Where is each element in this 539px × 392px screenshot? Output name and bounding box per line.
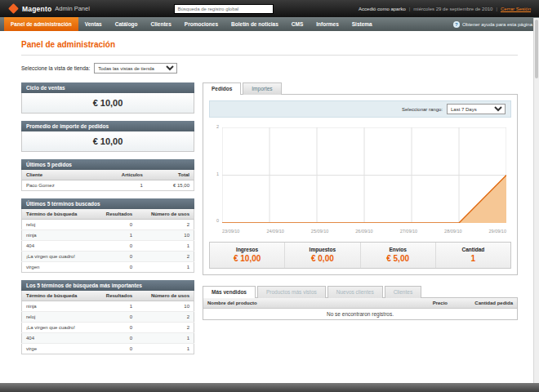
scrollbar-thumb[interactable] [535, 20, 538, 78]
chart-plot-area [222, 127, 506, 223]
cell-results: 1 [94, 230, 136, 241]
nav-item-cms[interactable]: CMS [285, 17, 310, 31]
help-icon: ? [453, 21, 460, 28]
column-header: Cantidad pedida [452, 298, 517, 309]
global-search-input[interactable] [174, 4, 274, 14]
cell-uses: 10 [136, 230, 194, 241]
table-row[interactable]: Paco Gomez 1 € 15,00 [22, 180, 194, 191]
tab-importes[interactable]: Importes [243, 82, 281, 95]
bottom-grids: Más vendidos Productos más vistos Nuevos… [203, 286, 518, 320]
table-row[interactable]: 404 0 1 [22, 241, 194, 252]
last-orders-title: Últimos 5 pedidos [21, 159, 194, 170]
y-axis-label: 0 [211, 218, 219, 223]
page-help-link[interactable]: ? Obtener ayuda para esta página [453, 17, 535, 31]
title-divider [21, 55, 518, 56]
table-row[interactable]: reloj 0 2 [22, 220, 194, 230]
last-search-terms-table: Término de búsqueda Resultados Número de… [21, 209, 194, 273]
tab-mas-vendidos[interactable]: Más vendidos [203, 286, 256, 298]
cell-term: ¡La virgen que cuadro! [22, 252, 95, 262]
x-axis-label: 29/09/10 [489, 229, 506, 234]
cell-term: 404 [22, 333, 95, 344]
logo-text: Magento [22, 5, 51, 13]
dashboard-main: Pedidos Importes Seleccionar rango: Last… [203, 82, 518, 320]
tab-clientes[interactable]: Clientes [385, 286, 421, 298]
top-search-terms-panel: Los 5 términos de búsqueda más important… [21, 280, 194, 354]
nav-item-catalogo[interactable]: Catálogo [109, 17, 145, 31]
vertical-scrollbar[interactable] [533, 18, 539, 383]
table-row[interactable]: reloj 0 2 [22, 312, 194, 323]
cell-results: 0 [94, 220, 136, 230]
stat-label: Envíos [361, 247, 435, 252]
x-axis-label: 23/09/10 [222, 229, 239, 234]
table-header-row: Cliente Artículos Total [22, 170, 194, 180]
store-view-select[interactable]: Todas las vistas de tienda [94, 63, 177, 74]
y-axis-label: 1 [211, 172, 219, 176]
table-row[interactable]: ninja 1 10 [22, 230, 194, 241]
range-select[interactable]: Last 7 Days [447, 104, 506, 114]
y-axis-label: 2 [211, 124, 219, 129]
column-header: Número de usos [136, 209, 194, 220]
table-row[interactable]: ninja 1 10 [22, 301, 194, 312]
tab-pedidos[interactable]: Pedidos [203, 82, 241, 95]
stat-value: € 5,00 [361, 254, 435, 263]
nav-item-clientes[interactable]: Clientes [145, 17, 178, 31]
average-orders-panel: Promedio de importe de pedidos € 10,00 [21, 121, 194, 152]
last-search-terms-panel: Últimos 5 términos buscados Término de b… [21, 198, 194, 273]
table-row[interactable]: virge 0 1 [22, 344, 194, 354]
cell-term: virge [22, 344, 95, 354]
tab-productos-mas-vistos[interactable]: Productos más vistos [257, 286, 326, 298]
x-axis-label: 28/09/10 [444, 229, 461, 234]
nav-item-sistema[interactable]: Sistema [345, 17, 379, 31]
cell-results: 0 [94, 333, 136, 344]
cell-total: € 15,00 [147, 180, 194, 191]
cell-results: 0 [94, 252, 136, 262]
cell-term: ¡La virgen que cuadro! [22, 323, 95, 333]
logged-in-text: Accedió como aparko [359, 7, 406, 11]
main-nav: Panel de administración Ventas Catálogo … [0, 17, 539, 31]
cell-term: 404 [22, 241, 95, 252]
cell-term: virgen [22, 262, 95, 273]
lifetime-sales-panel: Ciclo de ventas € 10,00 [21, 82, 194, 114]
cell-results: 0 [94, 241, 136, 252]
cell-term: reloj [22, 220, 95, 230]
lifetime-sales-value: € 10,00 [21, 93, 194, 114]
page-title: Panel de administración [21, 40, 518, 49]
range-bar: Seleccionar rango: Last 7 Days [209, 100, 511, 118]
cell-uses: 2 [136, 252, 194, 262]
date-text: miércoles 29 de septiembre de 2010 [413, 7, 492, 11]
table-header-row: Nombre del producto Precio Cantidad pedi… [203, 298, 517, 309]
cell-uses: 1 [136, 344, 194, 354]
column-header: Cliente [22, 170, 91, 180]
nav-item-dashboard[interactable]: Panel de administración [4, 17, 78, 31]
column-header: Nombre del producto [203, 298, 401, 309]
table-header-row: Término de búsqueda Resultados Número de… [22, 209, 194, 220]
cell-results: 0 [94, 344, 136, 354]
stat-label: Cantidad [436, 247, 510, 252]
table-row[interactable]: 404 0 1 [22, 333, 194, 344]
nav-item-boletin[interactable]: Boletín de noticias [225, 17, 285, 31]
cell-results: 0 [94, 312, 136, 323]
diagram-tabs: Pedidos Importes [203, 82, 518, 94]
cell-uses: 1 [136, 333, 194, 344]
x-axis-labels: 23/09/10 24/09/10 25/09/10 26/09/10 27/0… [222, 229, 506, 234]
column-header: Precio [401, 298, 452, 309]
logout-link[interactable]: Cerrar Sesión [501, 7, 531, 11]
magento-logo-icon [8, 3, 19, 14]
content-area: Panel de administración Seleccione la vi… [0, 31, 539, 354]
column-header: Artículos [91, 170, 147, 180]
nav-item-ventas[interactable]: Ventas [78, 17, 109, 31]
column-header: Número de usos [136, 291, 194, 301]
cell-results: 0 [94, 262, 136, 273]
logo-subtitle: Admin Panel [55, 5, 90, 12]
cell-uses: 2 [136, 220, 194, 230]
stat-envios: Envíos € 5,00 [360, 243, 435, 268]
tab-nuevos-clientes[interactable]: Nuevos clientes [327, 286, 383, 298]
table-row[interactable]: virgen 0 1 [22, 262, 194, 273]
empty-message: No se encontraron registros. [203, 309, 517, 320]
nav-item-informes[interactable]: Informes [310, 17, 345, 31]
nav-item-promociones[interactable]: Promociones [178, 17, 225, 31]
table-row[interactable]: ¡La virgen que cuadro! 0 2 [22, 252, 194, 262]
cell-term: reloj [22, 312, 95, 323]
stat-label: Impuestos [285, 247, 359, 252]
table-row[interactable]: ¡La virgen que cuadro! 0 2 [22, 323, 194, 333]
